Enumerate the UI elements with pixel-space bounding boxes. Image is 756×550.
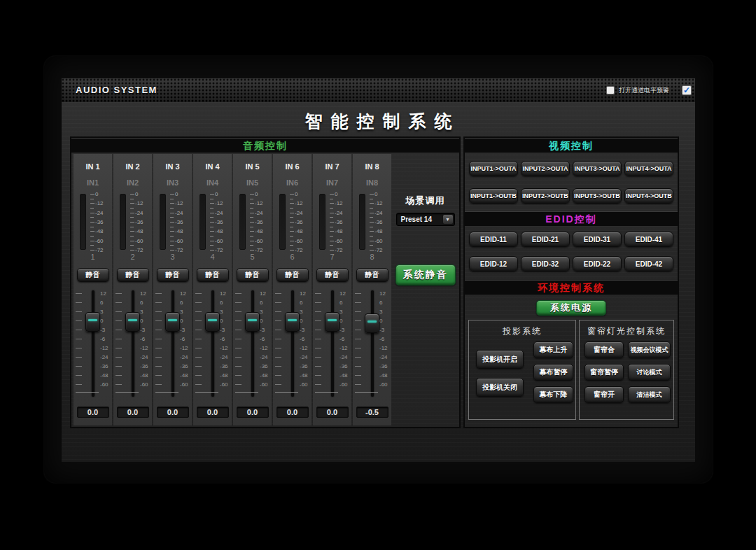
volume-fader[interactable]: 12630-3-6-12-24-36-48-60 — [113, 289, 152, 400]
fader-tick — [76, 366, 82, 367]
meter-tick — [370, 241, 374, 241]
mute-button[interactable]: 静音 — [316, 268, 349, 282]
mute-button[interactable]: 静音 — [77, 268, 109, 282]
edid-button-2[interactable]: EDID-21 — [521, 232, 570, 247]
edid-button-6[interactable]: EDID-32 — [521, 256, 570, 272]
video-route-button-7[interactable]: INPUT3->OUTB — [573, 188, 622, 204]
meter-tick-label: -12 — [95, 201, 111, 206]
meter-tick — [170, 208, 174, 209]
fader-tick-label: 0 — [300, 318, 312, 324]
volume-fader[interactable]: 12630-3-6-12-24-36-48-60 — [233, 289, 272, 400]
fader-tick-label: 6 — [340, 300, 351, 306]
fader-tick — [315, 339, 321, 339]
meter-bar — [80, 194, 86, 250]
corner-checkbox[interactable]: ✓ — [682, 85, 692, 95]
mode-button-2[interactable]: 讨论模式 — [628, 364, 671, 381]
mute-button[interactable]: 静音 — [117, 268, 149, 282]
edid-button-7[interactable]: EDID-22 — [573, 256, 622, 272]
channel-number: 8 — [370, 253, 374, 261]
edid-button-1[interactable]: EDID-11 — [469, 232, 518, 247]
fader-tick — [315, 311, 321, 312]
fader-tick-label: -24 — [220, 355, 232, 360]
meter-tick — [210, 199, 214, 199]
meter-tick-label: -24 — [255, 211, 270, 216]
fader-handle[interactable] — [285, 312, 300, 332]
fader-handle-line — [248, 319, 257, 321]
curtain-title: 窗帘灯光控制系统 — [580, 325, 673, 337]
screen-button-3[interactable]: 幕布下降 — [533, 386, 573, 403]
meter-tick — [90, 194, 94, 195]
mute-button[interactable]: 静音 — [157, 268, 189, 282]
meter-tick — [250, 236, 253, 237]
fader-tick-label: -60 — [220, 382, 232, 388]
curtain-button-2[interactable]: 窗帘暂停 — [584, 364, 624, 381]
fader-handle[interactable] — [205, 312, 220, 332]
meter-tick — [90, 199, 94, 199]
volume-fader[interactable]: 12630-3-6-12-24-36-48-60 — [74, 289, 112, 400]
mute-button[interactable]: 静音 — [356, 268, 388, 282]
video-route-button-2[interactable]: INPUT2->OUTA — [521, 161, 570, 176]
meter-tick-label: -60 — [215, 239, 230, 244]
mute-button[interactable]: 静音 — [197, 268, 229, 282]
mode-button-3[interactable]: 清洁模式 — [628, 386, 671, 403]
meter-bar — [200, 194, 206, 250]
fader-bottom-line — [115, 392, 139, 393]
fader-tick-label: -3 — [220, 327, 232, 333]
channel-number: 2 — [130, 253, 134, 261]
edid-button-3[interactable]: EDID-31 — [573, 232, 622, 247]
video-route-button-4[interactable]: INPUT4->OUTA — [624, 161, 673, 176]
fader-tick — [355, 311, 361, 312]
fader-tick — [315, 320, 321, 321]
fader-handle[interactable] — [245, 312, 260, 332]
video-route-button-1[interactable]: INPUT1->OUTA — [469, 161, 518, 176]
edid-button-8[interactable]: EDID-42 — [624, 256, 673, 272]
video-route-button-6[interactable]: INPUT2->OUTB — [521, 188, 570, 204]
projector-button-2[interactable]: 投影机关闭 — [476, 378, 524, 397]
meter-tick — [330, 217, 333, 218]
volume-fader[interactable]: 12630-3-6-12-24-36-48-60 — [313, 289, 351, 400]
meter-tick — [130, 208, 134, 209]
meter-tick — [330, 199, 333, 199]
screen-button-2[interactable]: 幕布暂停 — [533, 364, 573, 381]
edid-button-4[interactable]: EDID-41 — [624, 232, 673, 247]
curtain-button-3[interactable]: 窗帘开 — [584, 386, 624, 403]
fader-handle[interactable] — [325, 312, 340, 332]
fader-tick-label: -6 — [180, 337, 192, 342]
system-power-button[interactable]: 系统电源 — [536, 300, 606, 316]
volume-fader[interactable]: 12630-3-6-12-24-36-48-60 — [193, 289, 232, 400]
meter-tick — [370, 199, 373, 199]
projector-button-1[interactable]: 投影机开启 — [476, 350, 524, 369]
fader-tick — [355, 375, 361, 376]
fader-handle[interactable] — [85, 312, 100, 332]
volume-fader[interactable]: 12630-3-6-12-24-36-48-60 — [273, 289, 312, 400]
preset-dropdown[interactable]: Preset 14 ▼ — [396, 213, 455, 226]
edid-button-5[interactable]: EDID-12 — [469, 256, 518, 272]
meter-tick-label: -72 — [335, 248, 350, 253]
meter-tick — [130, 203, 134, 204]
fader-handle[interactable] — [165, 312, 180, 332]
meter-tick — [290, 222, 294, 223]
fader-tick — [115, 366, 122, 367]
volume-fader[interactable]: 12630-3-6-12-24-36-48-60 — [153, 289, 192, 400]
dropdown-arrow-icon[interactable]: ▼ — [442, 214, 454, 225]
meter-tick-label: -36 — [135, 220, 150, 225]
video-route-button-5[interactable]: INPUT1->OUTB — [469, 188, 518, 204]
meter-tick — [250, 231, 254, 232]
mute-button[interactable]: 静音 — [237, 268, 269, 282]
mode-button-1[interactable]: 视频会议模式 — [628, 341, 671, 358]
system-mute-button[interactable]: 系统静音 — [396, 265, 456, 285]
video-route-button-3[interactable]: INPUT3->OUTA — [573, 161, 622, 176]
fader-tick-label: 3 — [140, 309, 152, 315]
fader-handle[interactable] — [125, 312, 140, 332]
curtain-button-1[interactable]: 窗帘合 — [584, 341, 624, 358]
video-route-button-8[interactable]: INPUT4->OUTB — [624, 188, 673, 204]
fader-handle[interactable] — [365, 313, 379, 333]
mute-button[interactable]: 静音 — [276, 268, 309, 282]
meter-tick — [370, 208, 373, 209]
screen-button-1[interactable]: 幕布上升 — [533, 341, 573, 358]
meter-tick — [250, 250, 254, 251]
fader-tick — [115, 311, 122, 312]
volume-fader[interactable]: 12630-3-6-12-24-36-48-60 — [353, 289, 391, 400]
level-monitor-checkbox[interactable] — [606, 86, 615, 94]
fader-tick-label: -36 — [340, 364, 351, 369]
